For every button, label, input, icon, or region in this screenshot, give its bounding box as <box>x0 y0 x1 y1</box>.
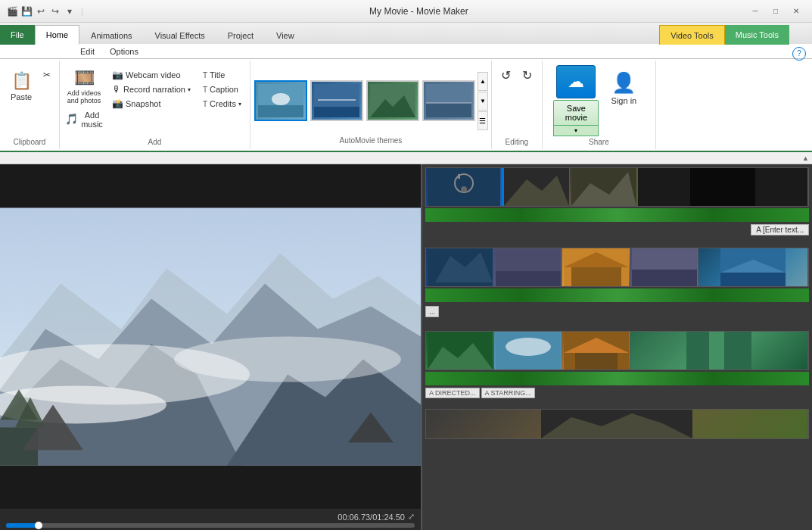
tab-animations[interactable]: Animations <box>79 25 143 45</box>
tab-music-tools[interactable]: Music Tools <box>725 25 789 45</box>
themes-more[interactable]: ☰ <box>478 111 488 130</box>
theme-item-3[interactable] <box>366 80 419 121</box>
preview-video[interactable] <box>0 164 421 509</box>
audio-wave-2 <box>425 288 809 302</box>
tl-strip-4[interactable] <box>425 409 809 439</box>
tl-clip-3-2[interactable] <box>494 332 562 369</box>
preview-pane: 00:06.73/01:24.50 ⤢ ⏮ ▶ ⏭ <box>0 164 422 530</box>
rotate-right-icon: ↻ <box>522 68 532 83</box>
credits-dropdown-icon[interactable]: ▾ <box>238 101 241 108</box>
theme-item-2[interactable] <box>310 80 363 121</box>
add-label: Add <box>148 138 162 148</box>
svg-rect-53 <box>709 332 724 369</box>
redo-btn[interactable]: ↪ <box>49 5 61 17</box>
tl-clip-1-2[interactable] <box>502 168 570 206</box>
add-music-button[interactable]: 🎵 Add music <box>64 109 104 130</box>
credits-button[interactable]: T Credits ▾ <box>199 97 245 111</box>
add-group: 🎞️ Add videos and photos 🎵 Add music 📷 W… <box>60 61 250 149</box>
quick-access-dropdown[interactable]: ▾ <box>64 5 76 17</box>
tl-clip-4-1[interactable] <box>426 410 808 438</box>
svg-point-27 <box>461 186 467 192</box>
tl-ellipsis[interactable]: ... <box>425 306 439 317</box>
webcam-button[interactable]: 📷 Webcam video <box>108 68 194 82</box>
tab-home[interactable]: Home <box>35 25 79 45</box>
progress-thumb[interactable] <box>35 522 42 529</box>
add-videos-button[interactable]: 🎞️ Add videos and photos <box>64 65 104 108</box>
save-movie-dropdown[interactable]: ▾ <box>553 126 599 136</box>
svg-rect-32 <box>690 168 755 206</box>
preview-progress-bar[interactable] <box>6 523 415 528</box>
add-music-icon: 🎵 <box>65 113 78 125</box>
collapse-bar: ▲ <box>0 152 812 164</box>
onedrive-button[interactable]: ☁ <box>556 65 596 98</box>
tab-visual-effects[interactable]: Visual Effects <box>144 25 216 45</box>
rotate-left-button[interactable]: ↺ <box>496 65 516 85</box>
caption-button[interactable]: T Caption <box>199 83 245 96</box>
themes-scroll-down[interactable]: ▼ <box>478 92 488 111</box>
tl-clip-2-2[interactable] <box>494 248 562 286</box>
tl-directed-text[interactable]: A DIRECTED... <box>425 388 480 398</box>
save-movie-label: Save movie <box>565 104 587 122</box>
maximize-button[interactable]: □ <box>766 4 786 19</box>
theme-item-4[interactable] <box>422 80 475 121</box>
rotate-right-button[interactable]: ↻ <box>518 65 537 85</box>
tl-starring-text[interactable]: A STARRING... <box>481 388 535 398</box>
tl-clip-2-5[interactable] <box>698 248 808 286</box>
tl-clip-3-4[interactable] <box>630 332 808 369</box>
svg-rect-36 <box>496 271 561 286</box>
tab-file[interactable]: File <box>0 25 35 45</box>
narration-dropdown-icon[interactable]: ▾ <box>188 86 191 93</box>
narration-button[interactable]: 🎙 Record narration ▾ <box>108 83 194 96</box>
svg-rect-38 <box>571 267 621 286</box>
ribbon-tabs-area: File Home Animations Visual Effects Proj… <box>0 23 812 44</box>
save-movie-top[interactable]: Save movie <box>553 100 599 126</box>
add-inner: 🎞️ Add videos and photos 🎵 Add music 📷 W… <box>64 62 245 136</box>
snapshot-button[interactable]: 📸 Snapshot <box>108 97 194 111</box>
tl-clip-2-1[interactable] <box>426 248 494 286</box>
webcam-icon: 📷 <box>112 70 123 80</box>
tl-overlay-1: A [Enter text... <box>425 223 809 237</box>
tab-video-tools[interactable]: Video Tools <box>659 25 724 45</box>
rotate-left-icon: ↺ <box>501 68 511 83</box>
svg-rect-41 <box>632 270 697 286</box>
close-button[interactable]: ✕ <box>786 4 806 19</box>
minimize-button[interactable]: ─ <box>745 4 765 19</box>
tl-clip-3-1[interactable] <box>426 332 494 369</box>
tab-edit[interactable]: Edit <box>73 47 102 56</box>
app-icon: 🎬 <box>6 5 18 17</box>
cut-button[interactable]: ✂ <box>39 68 54 82</box>
sign-in-button[interactable]: 👤 Sign in <box>603 65 644 111</box>
tl-strip-1[interactable] <box>425 167 809 207</box>
tl-clip-2-3[interactable] <box>562 248 630 286</box>
fullscreen-icon[interactable]: ⤢ <box>408 512 415 522</box>
tab-options[interactable]: Options <box>102 47 146 56</box>
timeline-section-4 <box>422 403 812 444</box>
timeline[interactable]: A [Enter text... <box>422 164 812 530</box>
window-controls: ─ □ ✕ <box>745 4 806 19</box>
tl-audio-1 <box>425 208 809 222</box>
time-text: 00:06.73/01:24.50 <box>338 513 405 522</box>
tl-text-1[interactable]: A [Enter text... <box>751 224 809 235</box>
tl-clip-1-1[interactable] <box>426 168 502 206</box>
timeline-section-2: ... <box>422 245 812 323</box>
paste-button[interactable]: 📋 Paste <box>5 65 38 108</box>
help-button[interactable]: ? <box>792 47 806 61</box>
tl-clip-2-4[interactable] <box>630 248 698 286</box>
themes-scroll-up[interactable]: ▲ <box>478 72 488 91</box>
svg-rect-50 <box>575 353 618 369</box>
tl-strip-2[interactable] <box>425 248 809 287</box>
collapse-arrow-icon[interactable]: ▲ <box>802 154 809 162</box>
tl-clip-1-3[interactable] <box>570 168 638 206</box>
window-title: My Movie - Movie Maker <box>92 6 745 17</box>
svg-rect-26 <box>458 174 460 179</box>
undo-btn[interactable]: ↩ <box>35 5 47 17</box>
save-quick-btn[interactable]: 💾 <box>20 5 33 17</box>
tab-view[interactable]: View <box>265 25 306 45</box>
tl-clip-3-3[interactable] <box>562 332 630 369</box>
tl-strip-3[interactable] <box>425 331 809 370</box>
theme-item-1[interactable] <box>254 80 307 121</box>
tl-clip-1-4[interactable] <box>638 168 808 206</box>
title-button[interactable]: T Title <box>199 68 245 82</box>
share-inner: ☁ Save movie ▾ 👤 Sign in <box>553 62 644 136</box>
tab-project[interactable]: Project <box>216 25 265 45</box>
